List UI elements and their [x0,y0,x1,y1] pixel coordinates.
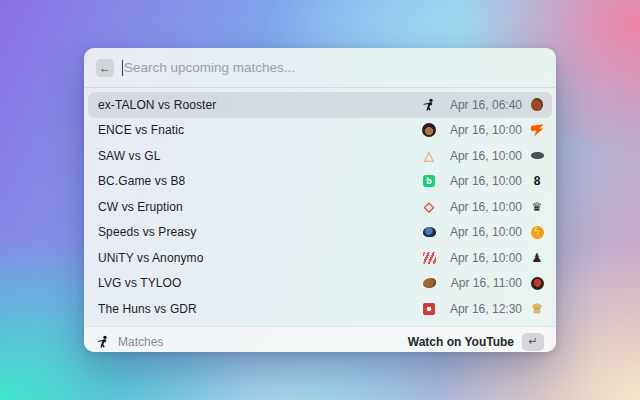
match-meta: Apr 16, 10:00 ♟ [422,251,544,265]
eruption-icon-shape: ♛ [532,201,543,213]
search-bar: ← [84,48,556,88]
match-meta: △ Apr 16, 10:00 [422,149,544,163]
cw-icon: ◇ [422,200,436,214]
rooster-icon-shape [531,98,543,111]
lvg-icon [422,276,436,290]
bcgame-icon-shape: b [423,175,435,187]
unity-icon-shape [423,252,436,264]
gdr-icon: ♕ [530,302,544,316]
b8-icon-shape: 8 [534,175,541,187]
match-meta: Apr 16, 10:00 [422,123,544,137]
bcgame-icon: b [422,174,436,188]
match-meta: Apr 16, 12:30 ♕ [422,302,544,316]
match-list: ex-TALON vs Rooster Apr 16, 06:40 ENCE v… [84,88,556,326]
search-input[interactable] [124,60,544,75]
match-meta: Apr 16, 06:40 [422,98,544,112]
match-row[interactable]: BC.Game vs B8 b Apr 16, 10:00 8 [88,169,552,195]
match-row[interactable]: UNiTY vs Anonymo Apr 16, 10:00 ♟ [88,245,552,271]
match-meta: ◇ Apr 16, 10:00 ♛ [422,200,544,214]
rooster-icon [530,98,544,112]
lvg-icon-shape [423,278,436,288]
match-row[interactable]: ex-TALON vs Rooster Apr 16, 06:40 [88,92,552,118]
footer: Matches Watch on YouTube ↵ [84,326,556,353]
tyloo-icon-shape [531,277,544,290]
match-time: Apr 16, 10:00 [444,123,522,137]
match-title: Speeds vs Preasy [98,225,422,239]
match-time: Apr 16, 10:00 [444,225,522,239]
match-title: ex-TALON vs Rooster [98,98,422,112]
cw-icon-shape: ◇ [424,200,434,213]
csgo-player-icon [422,98,436,112]
huns-icon-shape [423,303,435,315]
match-time: Apr 16, 10:00 [444,200,522,214]
match-row[interactable]: The Huns vs GDR Apr 16, 12:30 ♕ [88,296,552,322]
match-row[interactable]: ENCE vs Fnatic Apr 16, 10:00 [88,118,552,144]
match-title: LVG vs TYLOO [98,276,422,290]
anonymo-icon: ♟ [530,251,544,265]
match-row[interactable]: CW vs Eruption ◇ Apr 16, 10:00 ♛ [88,194,552,220]
search-field-wrap [122,60,544,76]
footer-action-label: Watch on YouTube [408,335,514,349]
match-time: Apr 16, 06:40 [444,98,522,112]
match-title: UNiTY vs Anonymo [98,251,422,265]
match-meta: Apr 16, 11:00 [422,276,544,290]
ence-icon-shape [422,123,436,137]
anonymo-icon-shape: ♟ [532,252,543,264]
preasy-icon: ϟ [530,225,544,239]
ence-icon [422,123,436,137]
footer-action[interactable]: Watch on YouTube ↵ [408,333,544,351]
footer-left: Matches [96,335,408,349]
eruption-icon: ♛ [530,200,544,214]
preasy-icon-shape: ϟ [531,226,544,239]
match-time: Apr 16, 10:00 [444,251,522,265]
match-title: CW vs Eruption [98,200,422,214]
match-title: SAW vs GL [98,149,422,163]
csgo-player-icon [96,335,110,349]
speeds-icon-shape [423,227,436,237]
saw-icon: △ [422,149,436,163]
match-meta: b Apr 16, 10:00 8 [422,174,544,188]
huns-icon [422,302,436,316]
command-palette-window: ← ex-TALON vs Rooster Apr 16, 06:40 ENCE… [84,48,556,352]
unity-icon [422,251,436,265]
match-meta: Apr 16, 10:00 ϟ [422,225,544,239]
gdr-icon-shape: ♕ [531,302,543,315]
gl-icon [530,149,544,163]
enter-key-icon[interactable]: ↵ [522,333,544,351]
match-row[interactable]: LVG vs TYLOO Apr 16, 11:00 [88,271,552,297]
fnatic-icon-shape [531,124,544,136]
csgo-player-icon [96,335,110,349]
speeds-icon [422,225,436,239]
match-time: Apr 16, 10:00 [444,174,522,188]
match-title: The Huns vs GDR [98,302,422,316]
back-button[interactable]: ← [96,59,114,77]
b8-icon: 8 [530,174,544,188]
saw-icon-shape: △ [424,149,434,162]
match-time: Apr 16, 10:00 [444,149,522,163]
match-time: Apr 16, 11:00 [444,276,522,290]
match-row[interactable]: Speeds vs Preasy Apr 16, 10:00 ϟ [88,220,552,246]
footer-section-label: Matches [118,335,163,349]
csgo-player-icon [422,98,436,112]
gl-icon-shape [531,152,544,159]
match-row[interactable]: SAW vs GL △ Apr 16, 10:00 [88,143,552,169]
fnatic-icon [530,123,544,137]
match-title: BC.Game vs B8 [98,174,422,188]
tyloo-icon [530,276,544,290]
match-time: Apr 16, 12:30 [444,302,522,316]
match-title: ENCE vs Fnatic [98,123,422,137]
text-caret [122,60,123,76]
